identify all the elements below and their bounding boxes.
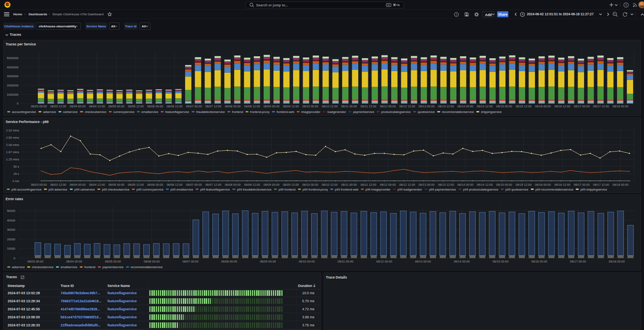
svg-text:0: 0	[14, 256, 15, 260]
svg-text:06/16 12:00: 06/16 12:00	[554, 182, 570, 186]
svg-text:06/03 12:00: 06/03 12:00	[50, 182, 66, 186]
svg-text:p99 frontend: p99 frontend	[279, 187, 295, 191]
svg-text:06/06 00:00: 06/06 00:00	[144, 260, 160, 263]
svg-text:frontend: frontend	[85, 265, 96, 269]
svg-text:06/08 12:00: 06/08 12:00	[244, 105, 260, 108]
svg-text:frontend: frontend	[232, 110, 243, 114]
svg-text:06/12 12:00: 06/12 12:00	[399, 105, 415, 108]
svg-text:06/04 00:00: 06/04 00:00	[70, 182, 86, 186]
svg-text:0: 0	[17, 102, 19, 105]
svg-text:p99 frontend-web: p99 frontend-web	[335, 187, 358, 191]
svg-text:p99 recommendationservice: p99 recommendationservice	[535, 187, 573, 191]
svg-text:06/17 12:00: 06/17 12:00	[593, 182, 609, 186]
svg-text:06/08 12:00: 06/08 12:00	[244, 182, 260, 186]
svg-text:06/11 00:00: 06/11 00:00	[341, 182, 357, 186]
svg-text:06/16 12:00: 06/16 12:00	[554, 105, 570, 108]
svg-text:5000000: 5000000	[7, 56, 19, 60]
svg-text:06/07 00:00: 06/07 00:00	[182, 260, 198, 263]
svg-text:06/07 00:00: 06/07 00:00	[186, 105, 202, 108]
svg-text:06/10 00:00: 06/10 00:00	[302, 105, 318, 108]
svg-text:06/09 12:00: 06/09 12:00	[283, 182, 299, 186]
svg-text:06/14 12:00: 06/14 12:00	[477, 182, 493, 186]
svg-text:p99 cartservice: p99 cartservice	[74, 187, 95, 191]
svg-text:06/08 00:00: 06/08 00:00	[225, 105, 241, 108]
svg-text:06/17 00:00: 06/17 00:00	[570, 260, 586, 263]
svg-text:06/14 00:00: 06/14 00:00	[454, 260, 470, 263]
svg-text:productcatalogservice: productcatalogservice	[381, 110, 411, 114]
svg-text:2.08 mins: 2.08 mins	[6, 143, 19, 147]
svg-text:accountingservice: accountingservice	[12, 110, 36, 114]
svg-text:p99 shippingservice: p99 shippingservice	[580, 187, 607, 191]
svg-text:06/11 00:00: 06/11 00:00	[338, 260, 353, 263]
svg-text:06/05 12:00: 06/05 12:00	[128, 105, 144, 108]
svg-text:1000000: 1000000	[7, 93, 19, 96]
svg-text:recommendationservice: recommendationservice	[131, 265, 163, 269]
svg-text:06/12 00:00: 06/12 00:00	[376, 260, 392, 263]
svg-text:06/15 12:00: 06/15 12:00	[516, 182, 532, 186]
svg-text:0 ms: 0 ms	[12, 179, 19, 182]
svg-text:06/07 12:00: 06/07 12:00	[205, 105, 221, 108]
svg-text:06/03 12:00: 06/03 12:00	[50, 105, 66, 108]
svg-text:06/11 12:00: 06/11 12:00	[361, 182, 376, 186]
svg-text:40000: 40000	[7, 218, 15, 222]
svg-text:06/10 12:00: 06/10 12:00	[322, 182, 338, 186]
svg-text:06/13 12:00: 06/13 12:00	[438, 105, 454, 108]
svg-text:06/15 00:00: 06/15 00:00	[493, 260, 509, 263]
svg-text:06/05 00:00: 06/05 00:00	[105, 260, 121, 263]
svg-text:06/13 00:00: 06/13 00:00	[419, 182, 435, 186]
svg-text:06/17 00:00: 06/17 00:00	[574, 182, 590, 186]
svg-text:06/14 12:00: 06/14 12:00	[477, 105, 493, 108]
svg-text:06/07 00:00: 06/07 00:00	[186, 182, 202, 186]
svg-text:3000000: 3000000	[7, 74, 19, 78]
svg-text:p99 imageprovider: p99 imageprovider	[365, 187, 391, 191]
svg-text:06/17 12:00: 06/17 12:00	[593, 105, 609, 108]
svg-text:06/15 00:00: 06/15 00:00	[496, 182, 512, 186]
svg-text:frauddetectionservice: frauddetectionservice	[196, 110, 225, 114]
svg-text:06/04 00:00: 06/04 00:00	[70, 105, 86, 108]
svg-text:p99 featureflagservice: p99 featureflagservice	[200, 187, 230, 191]
svg-text:06/15 12:00: 06/15 12:00	[516, 105, 532, 108]
svg-text:4000000: 4000000	[7, 66, 19, 69]
svg-text:06/05 12:00: 06/05 12:00	[128, 182, 144, 186]
svg-text:06/03 00:00: 06/03 00:00	[31, 105, 47, 108]
svg-text:frontend-proxy: frontend-proxy	[250, 110, 270, 114]
svg-text:p99 loadgenerator: p99 loadgenerator	[398, 187, 422, 191]
svg-text:25 s: 25 s	[13, 172, 19, 175]
svg-text:06/13 12:00: 06/13 12:00	[438, 182, 454, 186]
svg-text:06/18 00:00: 06/18 00:00	[613, 182, 629, 186]
svg-text:06/15 00:00: 06/15 00:00	[496, 105, 512, 108]
svg-text:06/04 00:00: 06/04 00:00	[66, 260, 82, 263]
svg-text:adservice: adservice	[43, 110, 56, 114]
svg-text:06/07 12:00: 06/07 12:00	[205, 182, 221, 186]
svg-text:06/14 00:00: 06/14 00:00	[457, 182, 473, 186]
svg-text:06/18 00:00: 06/18 00:00	[609, 260, 625, 263]
svg-text:2.92 mins: 2.92 mins	[6, 129, 19, 132]
svg-text:p99 adservice: p99 adservice	[49, 187, 68, 191]
svg-text:recommendationservice: recommendationservice	[442, 110, 474, 114]
svg-text:06/13 00:00: 06/13 00:00	[419, 105, 435, 108]
svg-text:06/06 00:00: 06/06 00:00	[147, 105, 163, 108]
svg-text:30000: 30000	[7, 228, 15, 232]
svg-text:06/09 12:00: 06/09 12:00	[283, 105, 299, 108]
svg-text:06/09 00:00: 06/09 00:00	[264, 105, 280, 108]
svg-text:06/04 12:00: 06/04 12:00	[89, 105, 105, 108]
svg-text:p99 emailservice: p99 emailservice	[171, 187, 193, 191]
svg-text:adservice: adservice	[12, 265, 25, 269]
svg-text:06/17 00:00: 06/17 00:00	[574, 105, 590, 108]
svg-text:50 s: 50 s	[13, 164, 19, 168]
svg-text:06/13 00:00: 06/13 00:00	[415, 260, 431, 263]
svg-text:p99 paymentservice: p99 paymentservice	[429, 187, 456, 191]
svg-text:10000: 10000	[7, 247, 15, 250]
svg-text:06/10 12:00: 06/10 12:00	[322, 105, 338, 108]
svg-text:1.25 mins: 1.25 mins	[6, 157, 19, 161]
svg-text:paymentservice: paymentservice	[353, 110, 374, 114]
svg-text:1.67 mins: 1.67 mins	[6, 150, 19, 154]
svg-text:06/12 00:00: 06/12 00:00	[380, 105, 396, 108]
svg-text:06/16 00:00: 06/16 00:00	[535, 182, 551, 186]
svg-text:2.50 mins: 2.50 mins	[6, 136, 19, 139]
svg-text:cartservice: cartservice	[63, 110, 78, 114]
svg-text:p99 quoteservice: p99 quoteservice	[506, 187, 528, 191]
svg-text:06/06 12:00: 06/06 12:00	[167, 182, 183, 186]
svg-text:checkoutservice: checkoutservice	[85, 110, 106, 114]
svg-text:06/06 00:00: 06/06 00:00	[147, 182, 163, 186]
